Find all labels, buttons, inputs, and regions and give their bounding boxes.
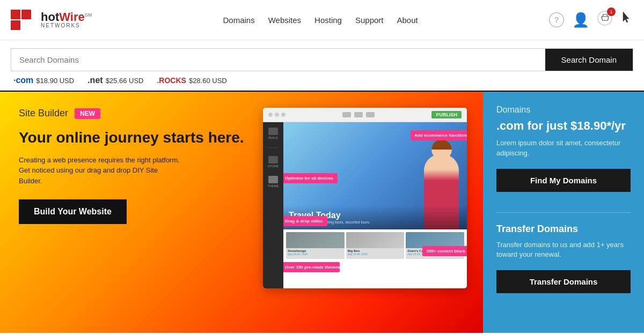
- thumb-txt-stonehenge: Stonehenge July 15-24, 2018: [286, 248, 345, 257]
- transfer-section: Transfer Domains Transfer domains to us …: [483, 213, 644, 333]
- preview-icon2: [354, 112, 363, 117]
- preview-sidebar-theme: THEME: [268, 176, 279, 188]
- logo-sq2: [21, 10, 31, 19]
- preview-dot2: [275, 113, 279, 117]
- search-section: Search Domain ·com $18.90 USD .net $25.6…: [0, 40, 644, 92]
- preview-icon3: [366, 112, 375, 117]
- tld-net-price: $25.66 USD: [106, 77, 144, 85]
- logo-brand: hotWireSM: [41, 11, 92, 23]
- user-icon-wrapper: 👤: [572, 12, 589, 28]
- tld-com-label: ·com: [13, 76, 33, 85]
- header-icons: ? 👤 1: [549, 11, 633, 29]
- preview-publish-btn: PUBLISH: [431, 111, 462, 118]
- search-button[interactable]: Search Domain: [545, 49, 633, 71]
- right-panel: Domains .com for just $18.90*/yr Lorem i…: [483, 92, 644, 333]
- nav-item-websites[interactable]: Websites: [268, 16, 301, 25]
- logo-sq1: [11, 10, 20, 19]
- tld-item-rocks: .ROCKS $28.60 USD: [157, 76, 226, 85]
- float-label-drag: Drag & drop editor: [283, 216, 327, 226]
- theme-sidebar-icon: [268, 176, 278, 183]
- logo-sq4: [21, 20, 31, 30]
- thumb-txt-bigben: Big Ben July 15-24, 2018: [346, 248, 405, 257]
- float-label-optimise: Optimise for all devices: [283, 173, 338, 183]
- logo-text: hotWireSM NETWORKS: [41, 11, 92, 28]
- theme-sidebar-label: THEME: [268, 184, 279, 188]
- tld-rocks-price: $28.60 USD: [189, 77, 227, 85]
- new-badge: NEW: [75, 108, 100, 119]
- preview-thumbnails: Stonehenge July 15-24, 2018 Big Ben July…: [283, 229, 467, 262]
- help-icon[interactable]: ?: [549, 12, 564, 27]
- logo-sm: SM: [85, 12, 92, 18]
- preview-sidebar: BUILD STORE THEME: [263, 122, 283, 288]
- logo-icon: [11, 10, 31, 30]
- tld-com-price: $18.90 USD: [36, 77, 74, 85]
- preview-titlebar: PUBLISH: [263, 108, 467, 122]
- tld-item-com: ·com $18.90 USD: [13, 76, 74, 85]
- thumb-date-stonehenge: July 15-24, 2018: [288, 252, 343, 256]
- hero-subtitle: Creating a web presence requires the rig…: [19, 155, 180, 187]
- preview-thumb-bigben: Big Ben July 15-24, 2018: [346, 232, 405, 259]
- store-sidebar-label: STORE: [268, 165, 279, 168]
- float-label-content: 350+ content block: [422, 246, 467, 256]
- logo-sq3: [11, 20, 20, 30]
- thumb-date-bigben: July 15-24, 2018: [348, 252, 403, 256]
- logo-area: hotWireSM NETWORKS: [11, 10, 92, 30]
- preview-main: Travel Today Unique travels, sightseeing…: [283, 122, 467, 288]
- domains-desc: Lorem ipsum dolor sit amet, consectetur …: [496, 138, 631, 158]
- find-domains-button[interactable]: Find My Domains: [496, 169, 631, 192]
- preview-thumb-stonehenge: Stonehenge July 15-24, 2018: [286, 232, 345, 259]
- preview-dot3: [281, 113, 286, 117]
- thumb-img-bigben: [346, 232, 405, 248]
- nav-item-about[interactable]: About: [397, 16, 418, 25]
- main-nav: Domains Websites Hosting Support About: [223, 16, 418, 25]
- preview-person-head: [431, 139, 452, 160]
- nav-item-support[interactable]: Support: [355, 16, 384, 25]
- cart-icon-wrapper: 1: [597, 11, 612, 29]
- nav-item-domains[interactable]: Domains: [223, 16, 254, 25]
- sidebar-divider: [268, 147, 279, 148]
- store-sidebar-icon: [268, 156, 278, 163]
- cursor-pointer-icon: [620, 11, 633, 29]
- search-row: Search Domain: [11, 48, 633, 71]
- preview-sidebar-store: STORE: [268, 156, 279, 168]
- preview-body: BUILD STORE THEME: [263, 122, 467, 288]
- website-preview: PUBLISH BUILD STORE: [263, 108, 483, 317]
- preview-window: PUBLISH BUILD STORE: [263, 108, 467, 288]
- tld-net-label: .net: [87, 76, 103, 85]
- transfer-desc: Transfer domains to us and add 1+ years …: [496, 240, 631, 259]
- build-website-button[interactable]: Build Your Website: [19, 199, 127, 224]
- transfer-title: Transfer Domains: [496, 224, 631, 235]
- transfer-domains-button[interactable]: Transfer Domains: [496, 270, 631, 293]
- build-sidebar-icon: [268, 128, 278, 135]
- preview-nav-icons: [290, 112, 427, 117]
- preview-icon1: [342, 112, 351, 117]
- thumb-img-stonehenge: [286, 232, 345, 248]
- user-icon[interactable]: 👤: [572, 12, 589, 28]
- hero-section: Site Builder NEW Your online journey sta…: [0, 92, 483, 333]
- float-label-themes: Over 150 pre-made themes: [283, 262, 340, 272]
- domains-section: Domains .com for just $18.90*/yr Lorem i…: [483, 92, 644, 212]
- logo-networks: NETWORKS: [41, 23, 92, 28]
- nav-item-hosting[interactable]: Hosting: [314, 16, 342, 25]
- domains-title: .com for just $18.90*/yr: [496, 119, 631, 133]
- preview-dot1: [268, 113, 273, 117]
- tld-rocks-label: .ROCKS: [157, 76, 186, 85]
- preview-dots: [268, 113, 286, 117]
- site-builder-label: Site Builder: [19, 108, 68, 119]
- main-content: Site Builder NEW Your online journey sta…: [0, 92, 644, 333]
- search-input[interactable]: [11, 49, 545, 71]
- float-label-ecommerce: Add ecommerce functionality with ease: [411, 130, 467, 140]
- domains-label: Domains: [496, 105, 631, 115]
- preview-sidebar-build: BUILD: [268, 128, 278, 139]
- cart-badge: 1: [607, 8, 616, 16]
- header: hotWireSM NETWORKS Domains Websites Host…: [0, 0, 644, 40]
- cart-icon[interactable]: [597, 15, 612, 28]
- build-sidebar-label: BUILD: [268, 136, 278, 139]
- tld-prices: ·com $18.90 USD .net $25.66 USD .ROCKS $…: [11, 71, 633, 88]
- tld-item-net: .net $25.66 USD: [87, 76, 143, 85]
